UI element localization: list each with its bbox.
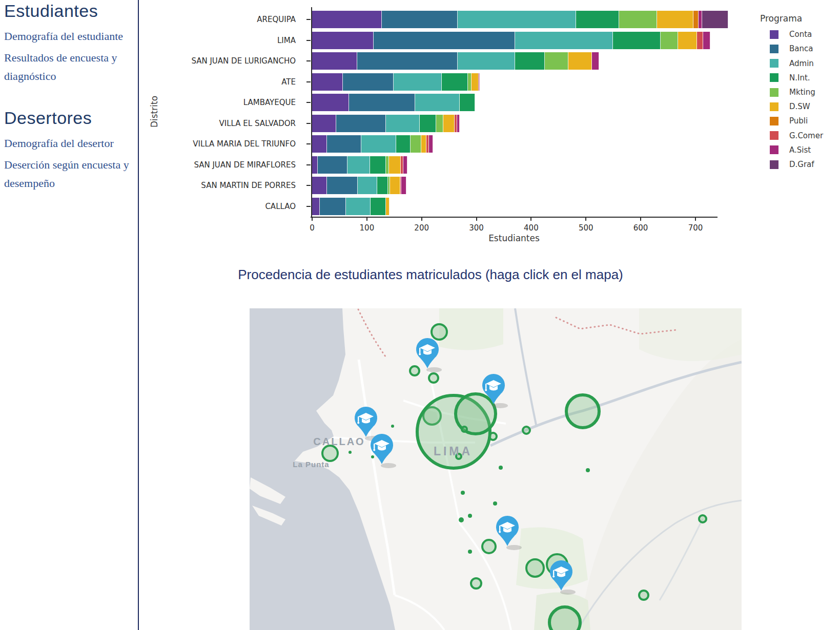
- bar-segment[interactable]: [458, 52, 515, 70]
- bar-segment[interactable]: [479, 73, 480, 91]
- bar-segment[interactable]: [361, 135, 396, 153]
- bar-segment[interactable]: [382, 11, 458, 28]
- legend-item-admin[interactable]: Admin: [770, 59, 814, 68]
- bar-segment[interactable]: [312, 156, 318, 174]
- bar-segment[interactable]: [312, 94, 349, 111]
- bar-segment[interactable]: [568, 52, 592, 70]
- enrollment-bubble[interactable]: [523, 427, 530, 434]
- bar-segment[interactable]: [458, 11, 576, 28]
- bar-segment[interactable]: [336, 115, 386, 132]
- bar-segment[interactable]: [357, 52, 458, 70]
- bar-segment[interactable]: [678, 32, 697, 49]
- legend-item-conta[interactable]: Conta: [770, 30, 812, 39]
- bar-segment[interactable]: [421, 135, 427, 153]
- bar-segment[interactable]: [401, 177, 406, 194]
- bar-segment[interactable]: [657, 11, 693, 28]
- enrollment-bubble[interactable]: [482, 540, 496, 553]
- bar-segment[interactable]: [386, 115, 420, 132]
- bar-segment[interactable]: [346, 198, 371, 215]
- bar-segment[interactable]: [390, 177, 400, 194]
- bar-segment[interactable]: [312, 52, 357, 70]
- enrollment-dot[interactable]: [349, 451, 352, 454]
- legend-item-mkting[interactable]: Mkting: [770, 88, 815, 97]
- bar-segment[interactable]: [394, 73, 442, 91]
- bar-segment[interactable]: [420, 115, 436, 132]
- enrollment-bubble[interactable]: [471, 578, 481, 589]
- bar-segment[interactable]: [312, 135, 327, 153]
- bar-segment[interactable]: [702, 11, 728, 28]
- bar-segment[interactable]: [347, 156, 370, 174]
- bar-segment[interactable]: [389, 156, 401, 174]
- legend-item-publi[interactable]: Publi: [770, 116, 808, 125]
- enrollment-dot[interactable]: [499, 466, 503, 470]
- bar-segment[interactable]: [515, 52, 545, 70]
- enrollment-bubble[interactable]: [639, 591, 648, 600]
- bar-segment[interactable]: [415, 94, 460, 111]
- bar-segment[interactable]: [619, 11, 657, 28]
- bar-segment[interactable]: [377, 177, 388, 194]
- bar-segment[interactable]: [436, 115, 443, 132]
- bar-segment[interactable]: [460, 94, 475, 111]
- bar-segment[interactable]: [370, 156, 386, 174]
- bar-segment[interactable]: [312, 198, 320, 215]
- legend-item-dgraf[interactable]: D.Graf: [770, 160, 814, 169]
- legend-item-banca[interactable]: Banca: [770, 44, 813, 53]
- bar-segment[interactable]: [327, 135, 361, 153]
- enrollment-dot[interactable]: [461, 491, 465, 495]
- bar-segment[interactable]: [515, 32, 612, 49]
- lima-map-canvas[interactable]: CALLAOLa PuntaLIMA: [250, 308, 742, 630]
- bar-segment[interactable]: [592, 52, 599, 70]
- bar-segment[interactable]: [576, 11, 619, 28]
- enrollment-dot[interactable]: [468, 514, 472, 518]
- enrollment-dot[interactable]: [468, 550, 472, 554]
- bar-segment[interactable]: [396, 135, 411, 153]
- map[interactable]: CALLAOLa PuntaLIMA: [250, 308, 742, 630]
- bar-segment[interactable]: [545, 52, 568, 70]
- bar-segment[interactable]: [697, 32, 703, 49]
- bar-segment[interactable]: [613, 32, 661, 49]
- legend-item-dsw[interactable]: D.SW: [770, 102, 810, 111]
- enrollment-dot[interactable]: [371, 455, 374, 458]
- bar-segment[interactable]: [312, 177, 327, 194]
- legend-item-asist[interactable]: A.Sist: [770, 145, 811, 155]
- enrollment-bubble[interactable]: [699, 515, 706, 522]
- enrollment-bubble[interactable]: [410, 366, 419, 375]
- bar-segment[interactable]: [312, 11, 382, 28]
- enrollment-bubble[interactable]: [432, 324, 447, 340]
- enrollment-bubble[interactable]: [322, 446, 338, 461]
- enrollment-bubble[interactable]: [526, 559, 544, 577]
- bar-segment[interactable]: [411, 135, 421, 153]
- legend-item-gcomer[interactable]: G.Comer: [770, 131, 823, 140]
- enrollment-bubble[interactable]: [462, 427, 467, 432]
- bar-segment[interactable]: [320, 198, 346, 215]
- bar-segment[interactable]: [312, 115, 336, 132]
- bar-segment[interactable]: [318, 156, 348, 174]
- bar-segment[interactable]: [312, 73, 343, 91]
- enrollment-dot[interactable]: [391, 425, 394, 428]
- bar-segment[interactable]: [442, 73, 468, 91]
- bar-segment[interactable]: [386, 198, 389, 215]
- bar-segment[interactable]: [443, 115, 454, 132]
- enrollment-dot[interactable]: [459, 517, 464, 522]
- bar-segment[interactable]: [472, 73, 479, 91]
- enrollment-bubble[interactable]: [566, 395, 599, 428]
- enrollment-dot[interactable]: [493, 501, 497, 506]
- bar-segment[interactable]: [371, 198, 386, 215]
- bar-segment[interactable]: [429, 135, 434, 153]
- bar-segment[interactable]: [661, 32, 678, 49]
- bar-segment[interactable]: [703, 32, 710, 49]
- bar-segment[interactable]: [327, 177, 358, 194]
- bar-segment[interactable]: [693, 11, 699, 28]
- enrollment-dot[interactable]: [586, 468, 590, 472]
- bar-segment[interactable]: [312, 32, 374, 49]
- enrollment-bubble[interactable]: [429, 373, 438, 383]
- bar-segment[interactable]: [403, 156, 407, 174]
- bar-segment[interactable]: [374, 32, 516, 49]
- bar-segment[interactable]: [349, 94, 415, 111]
- bar-segment[interactable]: [457, 115, 460, 132]
- bar-segment[interactable]: [343, 73, 394, 91]
- enrollment-bubble[interactable]: [489, 433, 497, 440]
- legend-item-nint[interactable]: N.Int.: [770, 73, 810, 82]
- enrollment-bubble[interactable]: [549, 607, 580, 630]
- bar-segment[interactable]: [358, 177, 378, 194]
